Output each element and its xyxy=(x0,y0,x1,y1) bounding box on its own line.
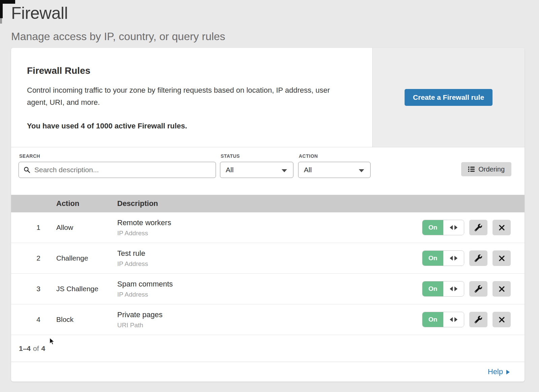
close-icon xyxy=(499,316,505,323)
screen-artifact xyxy=(3,0,15,4)
wrench-icon xyxy=(475,285,482,293)
rule-match-type: URI Path xyxy=(117,322,422,329)
arrow-left-icon xyxy=(450,317,453,322)
action-select[interactable]: All xyxy=(298,162,371,178)
rule-controls: On xyxy=(422,250,525,266)
status-label: STATUS xyxy=(221,153,293,159)
rule-match-type: IP Address xyxy=(117,260,422,268)
rule-enabled-toggle[interactable]: On xyxy=(422,250,464,266)
arrow-left-icon xyxy=(450,287,453,291)
rule-priority: 1 xyxy=(11,223,56,232)
create-firewall-rule-button[interactable]: Create a Firewall rule xyxy=(405,89,493,106)
arrow-left-icon xyxy=(450,225,453,230)
edit-rule-button[interactable] xyxy=(469,220,487,235)
search-input[interactable] xyxy=(19,162,216,178)
rule-description-cell: Spam comments IP Address xyxy=(117,280,422,298)
toggle-on-label: On xyxy=(422,281,443,296)
status-selected-value: All xyxy=(226,166,233,174)
table-row: 3 JS Challenge Spam comments IP Address … xyxy=(11,274,525,304)
pagination-range: 1–4 xyxy=(19,344,31,353)
rule-controls: On xyxy=(422,312,525,327)
ordering-list-icon xyxy=(468,166,475,172)
arrow-right-icon xyxy=(506,370,510,374)
search-label: SEARCH xyxy=(19,153,216,159)
wrench-icon xyxy=(475,316,482,323)
rule-action: Challenge xyxy=(56,254,117,262)
rule-enabled-toggle[interactable]: On xyxy=(422,312,464,327)
card-heading: Firewall Rules xyxy=(27,65,356,76)
rule-enabled-toggle[interactable]: On xyxy=(422,281,464,297)
rule-description: Private pages xyxy=(117,310,422,319)
arrow-right-icon xyxy=(454,256,457,261)
search-field-wrap xyxy=(19,162,216,178)
close-icon xyxy=(499,255,505,262)
rule-action: Block xyxy=(56,315,117,324)
status-filter-group: STATUS All xyxy=(216,153,293,178)
help-link[interactable]: Help xyxy=(488,367,510,376)
delete-rule-button[interactable] xyxy=(493,312,511,327)
table-row: 2 Challenge Test rule IP Address On xyxy=(11,243,525,274)
close-icon xyxy=(499,286,505,292)
close-icon xyxy=(499,224,505,231)
page-subtitle: Manage access by IP, country, or query r… xyxy=(11,30,539,43)
usage-note: You have used 4 of 1000 active Firewall … xyxy=(27,122,356,130)
edit-rule-button[interactable] xyxy=(469,312,487,327)
pagination-total: 4 xyxy=(41,344,45,353)
arrow-left-icon xyxy=(450,256,453,261)
delete-rule-button[interactable] xyxy=(493,281,511,297)
toggle-on-label: On xyxy=(422,312,443,327)
card-description: Control incoming traffic to your zone by… xyxy=(27,84,347,108)
edit-rule-button[interactable] xyxy=(469,250,487,266)
rule-match-type: IP Address xyxy=(117,291,422,298)
toggle-handle xyxy=(443,281,464,296)
rule-description-cell: Test rule IP Address xyxy=(117,249,422,268)
rule-controls: On xyxy=(422,281,525,297)
rule-description: Spam comments xyxy=(117,280,422,289)
delete-rule-button[interactable] xyxy=(493,220,511,235)
description-column-header: Description xyxy=(117,199,422,208)
status-select[interactable]: All xyxy=(220,162,293,178)
screen-artifact xyxy=(0,0,3,18)
intro-text-block: Firewall Rules Control incoming traffic … xyxy=(11,48,372,147)
toggle-on-label: On xyxy=(422,220,443,235)
delete-rule-button[interactable] xyxy=(493,250,511,266)
pagination-row: 1–4 of 4 xyxy=(11,335,525,362)
search-filter-group: SEARCH xyxy=(19,153,216,178)
rule-description: Test rule xyxy=(117,249,422,258)
help-link-label: Help xyxy=(488,367,503,376)
arrow-right-icon xyxy=(454,225,457,230)
table-row: 4 Block Private pages URI Path On xyxy=(11,304,525,335)
firewall-rules-card: Firewall Rules Control incoming traffic … xyxy=(11,48,525,382)
action-column-header: Action xyxy=(56,199,117,208)
wrench-icon xyxy=(475,224,482,231)
rule-action: JS Challenge xyxy=(56,285,117,293)
edit-rule-button[interactable] xyxy=(469,281,487,297)
rule-description-cell: Remote workers IP Address xyxy=(117,218,422,237)
rule-description: Remote workers xyxy=(117,218,422,227)
table-row: 1 Allow Remote workers IP Address On xyxy=(11,212,525,243)
filter-bar: SEARCH STATUS All ACTION All xyxy=(11,147,525,195)
table-header-row: Action Description xyxy=(11,195,525,212)
rule-enabled-toggle[interactable]: On xyxy=(422,220,464,235)
wrench-icon xyxy=(475,254,482,262)
action-filter-group: ACTION All xyxy=(293,153,371,178)
action-label: ACTION xyxy=(299,153,371,159)
screen-artifact xyxy=(0,18,2,24)
search-icon xyxy=(24,167,30,173)
card-footer: Help xyxy=(11,362,525,382)
arrow-right-icon xyxy=(454,317,457,322)
ordering-button-label: Ordering xyxy=(478,165,505,173)
rule-description-cell: Private pages URI Path xyxy=(117,310,422,329)
rule-priority: 3 xyxy=(11,285,56,293)
rule-priority: 4 xyxy=(11,315,56,324)
rule-priority: 2 xyxy=(11,254,56,262)
rule-match-type: IP Address xyxy=(117,230,422,237)
pagination-of-label: of xyxy=(33,344,39,353)
page-header: Firewall Manage access by IP, country, o… xyxy=(0,0,539,43)
action-selected-value: All xyxy=(304,166,312,174)
create-rule-panel: Create a Firewall rule xyxy=(372,48,525,147)
ordering-button[interactable]: Ordering xyxy=(461,162,511,176)
arrow-right-icon xyxy=(454,287,457,291)
toggle-handle xyxy=(443,251,464,266)
toggle-on-label: On xyxy=(422,251,443,266)
